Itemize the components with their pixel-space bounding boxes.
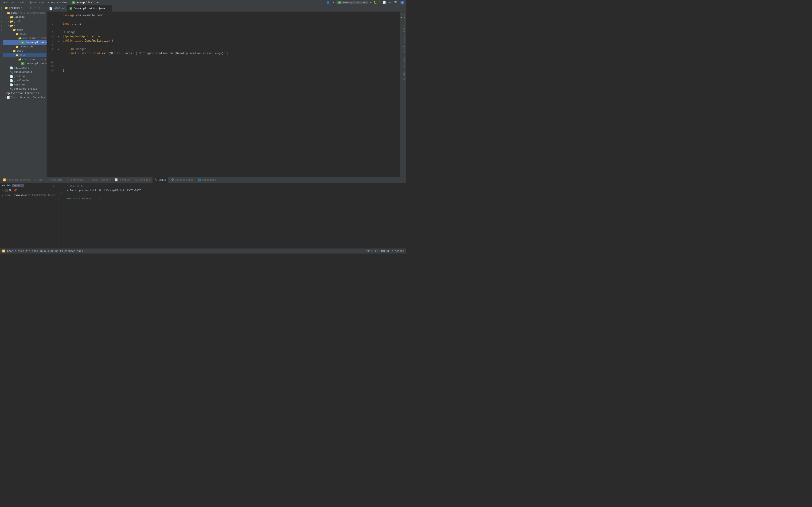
breadcrumb-class[interactable]: DemoApplication bbox=[75, 1, 99, 4]
tab-demo-application[interactable]: C DemoApplication.java ✕ bbox=[67, 5, 112, 11]
build-settings-icon[interactable]: ⚙ bbox=[53, 184, 54, 187]
refresh-icon[interactable]: ↻ bbox=[2, 189, 4, 192]
encoding[interactable]: UTF-8 bbox=[381, 250, 389, 252]
tab-bar: 📄 HELP.md C DemoApplication.java ✕ bbox=[47, 5, 406, 12]
tab-problems[interactable]: ⚠ Problems bbox=[46, 177, 64, 183]
tree-item-java-test[interactable]: ▾ 📂 java bbox=[3, 53, 47, 57]
panel-dropdown-icon[interactable]: ▼ bbox=[21, 7, 22, 9]
database-tab[interactable]: Database bbox=[403, 54, 406, 69]
line-num-2: 2 bbox=[47, 18, 55, 22]
breadcrumb-demo2[interactable]: demo bbox=[62, 1, 68, 4]
tree-item-java-main[interactable]: ▾ 📂 java bbox=[3, 32, 47, 36]
breadcrumb-java[interactable]: java bbox=[30, 1, 36, 4]
line-col[interactable]: 7:14 bbox=[366, 250, 372, 252]
folder-icon-external-libs: 📚 bbox=[7, 92, 10, 95]
minimize-icon[interactable]: — bbox=[42, 6, 45, 10]
run-configuration[interactable]: ▶ DemoApplication ▼ bbox=[337, 1, 368, 4]
tab-version-control[interactable]: 🔀 Version Control bbox=[1, 177, 32, 183]
tab-endpoints[interactable]: 🌐 Endpoints bbox=[196, 177, 217, 183]
breadcrumb-main[interactable]: main bbox=[20, 1, 26, 4]
code-area[interactable]: package com.example.demo; import ...; 1 … bbox=[61, 12, 400, 177]
target-icon[interactable]: ⊕ bbox=[332, 0, 335, 5]
pin-icon[interactable]: 📌 bbox=[13, 189, 17, 192]
breadcrumb-com[interactable]: com bbox=[40, 1, 44, 4]
search-icon[interactable]: 🔍 bbox=[394, 0, 399, 5]
build-output-header: 5 sec, 97 ms bbox=[67, 185, 403, 187]
tree-item-build-gradle[interactable]: ▸ 🔧 build.gradle bbox=[3, 70, 47, 74]
folder-icon-demo: 📂 bbox=[7, 11, 10, 14]
structure-tab[interactable]: Structure bbox=[0, 5, 3, 19]
output-filter2-icon[interactable]: ≡ bbox=[60, 191, 62, 194]
tree-item-gradlew[interactable]: ▸ 📄 gradlew bbox=[3, 74, 47, 78]
bottom-panel-tabs: 🔀 Version Control ☑ TODO ⚠ Problems ⬛ Te… bbox=[0, 177, 406, 183]
breadcrumb-src[interactable]: src bbox=[12, 1, 16, 4]
run-button[interactable]: ▶ bbox=[370, 0, 372, 4]
gutter-14 bbox=[56, 68, 61, 73]
tab-regex[interactable]: .* Regex Tester bbox=[86, 177, 112, 183]
debug-button[interactable]: 🐛 bbox=[373, 1, 377, 4]
tree-item-help-md[interactable]: ▸ 📄 HELP.md bbox=[3, 82, 47, 87]
sync-button[interactable]: Sync × bbox=[12, 184, 24, 187]
coverage-button[interactable]: ☰ bbox=[378, 1, 381, 4]
profile-button[interactable]: 📊 bbox=[382, 0, 387, 5]
tree-item-package[interactable]: ▾ 📂 com.example.demo bbox=[3, 36, 47, 40]
tree-item-external-libs[interactable]: ▸ 📚 External Libraries bbox=[3, 91, 47, 95]
output-up-icon[interactable]: ↑ bbox=[60, 184, 62, 187]
tree-item-gradle[interactable]: ▸ 📁 gradle bbox=[3, 19, 47, 23]
tree-item-gitignore[interactable]: ▸ 📄 .gitignore bbox=[3, 66, 47, 70]
bottom-panel-content: Build: Sync × ⚙ — ↻ ⬛ 🔍 📌 ✓ demo: finish… bbox=[0, 183, 406, 248]
tab-build[interactable]: 🔨 Build bbox=[152, 177, 168, 183]
tab-todo[interactable]: ☑ TODO bbox=[33, 177, 45, 183]
tab-close-demo-application[interactable]: ✕ bbox=[106, 7, 109, 10]
filter-icon[interactable]: 🔍 bbox=[9, 189, 12, 192]
gutter-7[interactable]: ▶ bbox=[56, 39, 61, 43]
cog-icon[interactable]: ⚙ bbox=[38, 6, 41, 10]
collapse-icon[interactable]: ≡ bbox=[33, 6, 37, 10]
tree-item-settings-gradle[interactable]: ▸ 🔧 settings.gradle bbox=[3, 87, 47, 91]
tree-item-demo[interactable]: ▾ 📂 demo ~/project/demo/demo bbox=[3, 11, 47, 15]
tree-item-demo-app[interactable]: ▸ C DemoApplication bbox=[3, 40, 47, 45]
person-icon[interactable]: 👤 bbox=[326, 0, 331, 5]
line-sep[interactable]: LF bbox=[375, 250, 378, 252]
tree-item-main[interactable]: ▾ 📂 main bbox=[3, 28, 47, 32]
tab-label-terminal: Terminal bbox=[71, 179, 84, 181]
tree-item-test[interactable]: ▾ 📂 test bbox=[3, 49, 47, 53]
stop-icon[interactable]: ⬛ bbox=[4, 189, 8, 192]
notifications-tab[interactable]: Notifications bbox=[403, 12, 406, 34]
tree-item-gradle-dir[interactable]: ▸ 📁 .gradle bbox=[3, 15, 47, 19]
build-sync-item[interactable]: ✓ demo: finished At 2023/2/10, 11:24 bbox=[0, 193, 58, 198]
code-line-no-usages: no usages bbox=[63, 47, 400, 52]
breadcrumb-example[interactable]: example bbox=[48, 1, 58, 4]
scope-icon[interactable]: ⊞ bbox=[29, 6, 33, 10]
tab-profiler[interactable]: 📊 Profiler bbox=[112, 177, 133, 183]
tab-terminal[interactable]: ⬛ Terminal bbox=[65, 177, 85, 183]
user-icon[interactable]: U bbox=[400, 1, 404, 4]
folder-icon-resources: 📁 bbox=[15, 45, 19, 48]
build-minimize-icon[interactable]: — bbox=[55, 184, 57, 187]
run-main-icon[interactable]: ▶ bbox=[58, 48, 59, 51]
gradle-tab[interactable]: Gradle bbox=[403, 69, 406, 82]
right-indicator: ✓ bbox=[400, 12, 403, 177]
breadcrumb-demo[interactable]: demo bbox=[2, 1, 8, 4]
settings-icon[interactable]: ⚙ bbox=[389, 0, 392, 5]
build-item-name: demo: bbox=[5, 194, 13, 197]
gutter-9[interactable]: ▶ bbox=[56, 47, 61, 52]
key-promoter-tab[interactable]: Key Promoter bbox=[403, 34, 406, 54]
tree-item-resources[interactable]: ▸ 📁 resources bbox=[3, 45, 47, 49]
tab-services[interactable]: ⚙ Services bbox=[134, 177, 152, 183]
vcs-icon: 🔀 bbox=[2, 249, 5, 252]
bookmarks-tab[interactable]: Bookmarks bbox=[0, 19, 3, 34]
output-down-icon[interactable]: ↓ bbox=[60, 188, 62, 190]
tree-item-gradlew-bat[interactable]: ▸ 📄 gradlew.bat bbox=[3, 78, 47, 82]
tree-item-src[interactable]: ▾ 📂 src bbox=[3, 23, 47, 28]
tree-item-package-test[interactable]: ▾ 📂 com.example.demo bbox=[3, 57, 47, 61]
indent[interactable]: 4 spaces bbox=[392, 250, 404, 252]
tree-item-scratches[interactable]: ▸ 📝 Scratches and Consoles bbox=[3, 95, 47, 100]
run-gutter-icon[interactable]: ▶ bbox=[58, 40, 59, 43]
output-sidebar: ↑ ↓ ≡ bbox=[59, 183, 64, 248]
code-line-12 bbox=[63, 64, 400, 68]
tab-dependencies[interactable]: 🔗 Dependencies bbox=[169, 177, 195, 183]
git-icon[interactable]: 🔀 bbox=[2, 249, 5, 252]
tab-help-md[interactable]: 📄 HELP.md bbox=[47, 5, 67, 11]
tree-item-demo-tests[interactable]: ▸ C DemoApplicationTests bbox=[3, 61, 47, 66]
